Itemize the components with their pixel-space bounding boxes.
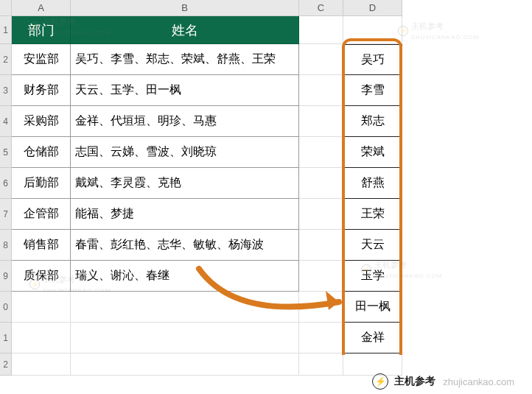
row-header-10[interactable]: 0 <box>0 292 12 323</box>
cell-D10[interactable]: 田一枫 <box>343 292 402 323</box>
footer-domain: zhujicankao.com <box>443 376 514 387</box>
cell-dept[interactable]: 企管部 <box>12 199 71 230</box>
cell-D8[interactable]: 天云 <box>343 230 402 261</box>
cell-D5[interactable]: 荣斌 <box>343 137 402 168</box>
cell-dept[interactable]: 安监部 <box>12 44 71 75</box>
spreadsheet-grid: A B C D 1 部门 姓名 2 安监部 吴巧、李雪、郑志、荣斌、舒燕、王荣 … <box>0 0 532 376</box>
row-header-2[interactable]: 2 <box>0 44 12 75</box>
cell-names[interactable]: 瑞义、谢沁、春继 <box>71 261 299 292</box>
row-header-8[interactable]: 8 <box>0 230 12 261</box>
cell-dept[interactable]: 仓储部 <box>12 137 71 168</box>
cell-A11[interactable] <box>12 323 71 353</box>
cell-dept[interactable]: 财务部 <box>12 75 71 106</box>
cell-names[interactable]: 天云、玉学、田一枫 <box>71 75 299 106</box>
col-header-C[interactable]: C <box>299 0 343 16</box>
cell-C9[interactable] <box>299 261 343 292</box>
cell-D7[interactable]: 王荣 <box>343 199 402 230</box>
highlight-d-right <box>399 46 402 355</box>
row-header-12[interactable]: 2 <box>0 353 12 376</box>
row-header-11[interactable]: 1 <box>0 323 12 353</box>
cell-dept[interactable]: 采购部 <box>12 106 71 137</box>
cell-C11[interactable] <box>299 323 343 353</box>
cell-D6[interactable]: 舒燕 <box>343 168 402 199</box>
cell-C5[interactable] <box>299 137 343 168</box>
cell-D11[interactable]: 金祥 <box>343 323 402 353</box>
highlight-d-left <box>342 46 345 355</box>
cell-names[interactable]: 春雷、彭红艳、志华、敏敏、杨海波 <box>71 230 299 261</box>
bolt-icon: ⚡ <box>372 373 388 390</box>
row-header-7[interactable]: 7 <box>0 199 12 230</box>
header-name[interactable]: 姓名 <box>71 16 299 44</box>
col-header-A[interactable]: A <box>12 0 71 16</box>
row-header-4[interactable]: 4 <box>0 106 12 137</box>
cell-names[interactable]: 志国、云娣、雪波、刘晓琼 <box>71 137 299 168</box>
header-dept[interactable]: 部门 <box>12 16 71 44</box>
col-header-B[interactable]: B <box>71 0 299 16</box>
cell-names[interactable]: 金祥、代垣垣、明珍、马惠 <box>71 106 299 137</box>
cell-B10[interactable] <box>71 292 299 323</box>
cell-C3[interactable] <box>299 75 343 106</box>
cell-C4[interactable] <box>299 106 343 137</box>
row-header-9[interactable]: 9 <box>0 261 12 292</box>
cell-C10[interactable] <box>299 292 343 323</box>
row-header-1[interactable]: 1 <box>0 16 12 44</box>
cell-C7[interactable] <box>299 199 343 230</box>
row-header-6[interactable]: 6 <box>0 168 12 199</box>
cell-names[interactable]: 能福、梦捷 <box>71 199 299 230</box>
cell-A10[interactable] <box>12 292 71 323</box>
cell-dept[interactable]: 销售部 <box>12 230 71 261</box>
cell-D9[interactable]: 玉学 <box>343 261 402 292</box>
col-header-D[interactable]: D <box>343 0 402 16</box>
cell-C8[interactable] <box>299 230 343 261</box>
cell-C12[interactable] <box>299 353 343 376</box>
cell-C1[interactable] <box>299 16 343 44</box>
row-header-3[interactable]: 3 <box>0 75 12 106</box>
select-all-corner[interactable] <box>0 0 12 16</box>
cell-A12[interactable] <box>12 353 71 376</box>
cell-D2[interactable]: 吴巧 <box>343 44 402 75</box>
cell-dept[interactable]: 质保部 <box>12 261 71 292</box>
cell-C6[interactable] <box>299 168 343 199</box>
cell-B12[interactable] <box>71 353 299 376</box>
cell-C2[interactable] <box>299 44 343 75</box>
footer-brand: ⚡ 主机参考 zhujicankao.com <box>372 373 514 390</box>
cell-names[interactable]: 戴斌、李灵霞、克艳 <box>71 168 299 199</box>
cell-D3[interactable]: 李雪 <box>343 75 402 106</box>
footer-brand-text: 主机参考 <box>394 375 435 388</box>
row-header-5[interactable]: 5 <box>0 137 12 168</box>
cell-D12[interactable] <box>343 353 402 376</box>
highlight-d-top <box>342 38 402 47</box>
cell-names[interactable]: 吴巧、李雪、郑志、荣斌、舒燕、王荣 <box>71 44 299 75</box>
cell-B11[interactable] <box>71 323 299 353</box>
cell-dept[interactable]: 后勤部 <box>12 168 71 199</box>
cell-D4[interactable]: 郑志 <box>343 106 402 137</box>
